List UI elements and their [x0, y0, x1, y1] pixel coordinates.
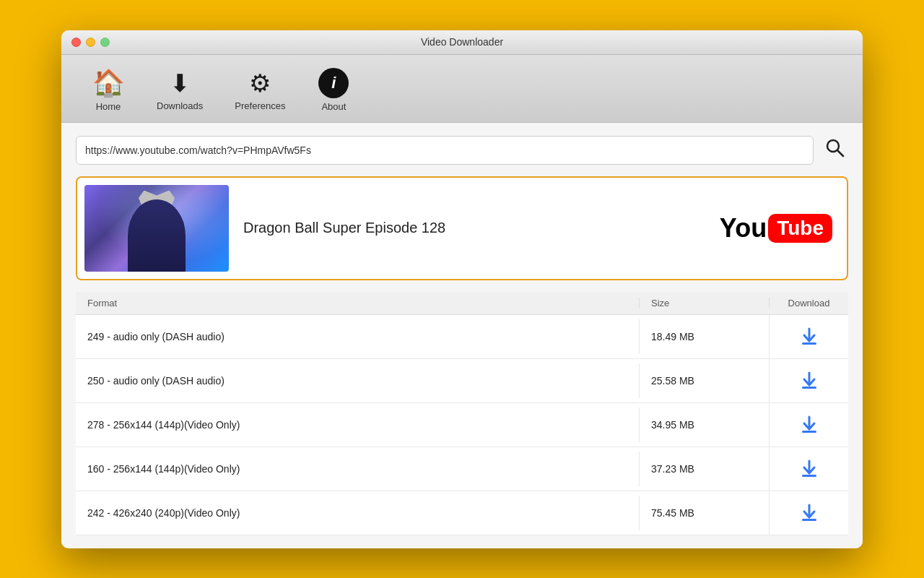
traffic-lights — [71, 38, 110, 47]
toolbar-item-about[interactable]: i About — [301, 64, 366, 116]
video-title: Dragon Ball Super Episode 128 — [243, 220, 705, 236]
svg-rect-2 — [802, 342, 816, 345]
preferences-label: Preferences — [235, 100, 285, 111]
download-icon — [799, 327, 819, 347]
row-size: 34.95 MB — [639, 407, 769, 442]
row-format: 278 - 256x144 (144p)(Video Only) — [76, 407, 639, 442]
formats-table: 249 - audio only (DASH audio) 18.49 MB 2… — [76, 315, 848, 535]
title-bar: Video Downloader — [61, 30, 863, 55]
svg-rect-3 — [802, 387, 816, 389]
download-icon — [799, 503, 819, 523]
row-format: 160 - 256x144 (144p)(Video Only) — [76, 452, 639, 486]
svg-rect-6 — [802, 519, 816, 521]
toolbar-item-downloads[interactable]: ⬇ Downloads — [141, 64, 219, 116]
window-title: Video Downloader — [421, 36, 503, 48]
home-icon: 🏠 — [92, 68, 125, 98]
row-format: 249 - audio only (DASH audio) — [76, 319, 639, 354]
download-button[interactable] — [799, 459, 819, 479]
header-size: Size — [639, 298, 769, 309]
row-format: 242 - 426x240 (240p)(Video Only) — [76, 496, 639, 530]
table-row: 249 - audio only (DASH audio) 18.49 MB — [76, 315, 848, 359]
preferences-icon: ⚙ — [249, 69, 271, 98]
row-download-cell — [769, 491, 848, 535]
toolbar-item-preferences[interactable]: ⚙ Preferences — [219, 64, 301, 116]
table-row: 160 - 256x144 (144p)(Video Only) 37.23 M… — [76, 447, 848, 491]
row-download-cell — [769, 403, 848, 447]
download-button[interactable] — [799, 371, 819, 391]
toolbar-item-home[interactable]: 🏠 Home — [76, 64, 141, 116]
table-row: 250 - audio only (DASH audio) 25.58 MB — [76, 359, 848, 403]
about-label: About — [321, 101, 346, 112]
download-icon — [799, 415, 819, 435]
maximize-button[interactable] — [100, 38, 110, 47]
row-size: 25.58 MB — [639, 363, 769, 398]
row-download-cell — [769, 447, 848, 491]
svg-rect-5 — [802, 475, 816, 477]
table-row: 242 - 426x240 (240p)(Video Only) 75.45 M… — [76, 491, 848, 535]
header-download: Download — [769, 298, 848, 309]
search-button[interactable] — [821, 137, 848, 163]
minimize-button[interactable] — [86, 38, 95, 47]
url-input[interactable] — [76, 136, 814, 165]
download-button[interactable] — [799, 327, 819, 347]
about-icon: i — [318, 68, 349, 98]
close-button[interactable] — [71, 38, 81, 47]
video-preview: Dragon Ball Super Episode 128 You Tube — [76, 176, 848, 280]
row-size: 37.23 MB — [639, 452, 769, 486]
download-button[interactable] — [799, 503, 819, 523]
row-size: 18.49 MB — [639, 319, 769, 354]
row-size: 75.45 MB — [639, 496, 769, 530]
youtube-logo: You Tube — [720, 213, 832, 243]
toolbar: 🏠 Home ⬇ Downloads ⚙ Preferences i About — [61, 55, 863, 123]
download-icon — [799, 371, 819, 391]
table-row: 278 - 256x144 (144p)(Video Only) 34.95 M… — [76, 403, 848, 447]
app-window: Video Downloader 🏠 Home ⬇ Downloads ⚙ Pr… — [61, 30, 863, 548]
video-thumbnail — [84, 185, 229, 272]
search-bar — [76, 136, 848, 165]
downloads-icon: ⬇ — [170, 69, 190, 98]
search-icon — [824, 137, 845, 158]
download-icon — [799, 459, 819, 479]
content-area: Dragon Ball Super Episode 128 You Tube F… — [61, 123, 863, 548]
svg-line-1 — [837, 150, 843, 156]
downloads-label: Downloads — [157, 100, 203, 111]
home-label: Home — [96, 101, 121, 112]
download-button[interactable] — [799, 415, 819, 435]
table-header: Format Size Download — [76, 292, 848, 315]
row-format: 250 - audio only (DASH audio) — [76, 363, 639, 398]
svg-rect-4 — [802, 431, 816, 433]
row-download-cell — [769, 359, 848, 402]
row-download-cell — [769, 315, 848, 358]
header-format: Format — [76, 298, 639, 309]
